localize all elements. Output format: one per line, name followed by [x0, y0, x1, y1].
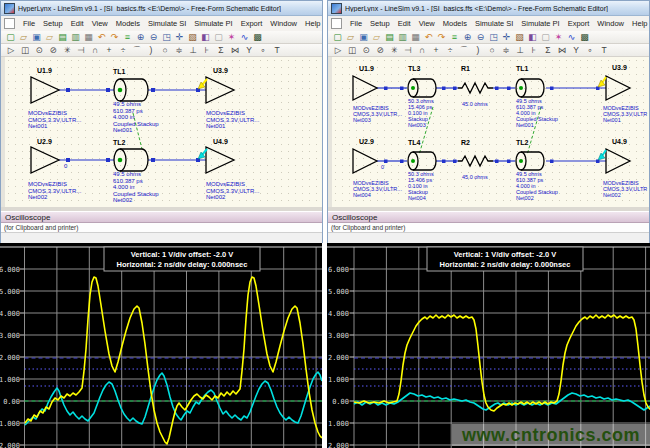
sum-part-icon[interactable]: Σ: [214, 45, 228, 56]
pin[interactable]: [106, 88, 110, 92]
menu-simulate-si[interactable]: Simulate SI: [471, 19, 517, 28]
menu-models[interactable]: Models: [439, 19, 471, 28]
ground-part-icon[interactable]: ⊥: [513, 45, 527, 56]
redo-icon[interactable]: ↷: [435, 32, 448, 43]
zoom-in-icon[interactable]: ⊕: [461, 32, 474, 43]
pin[interactable]: [453, 87, 457, 91]
save-all-icon[interactable]: ▥: [69, 32, 82, 43]
undo-icon[interactable]: ↶: [422, 32, 435, 43]
resistor-part-icon[interactable]: ✳: [60, 45, 74, 56]
coupling-part-icon[interactable]: ⋈: [555, 45, 569, 56]
pin[interactable]: [384, 160, 388, 164]
pan-icon[interactable]: ✛: [173, 32, 186, 43]
zoom-area-icon[interactable]: ◳: [487, 32, 500, 43]
menu-simulate-pi[interactable]: Simulate PI: [517, 19, 563, 28]
menu-file[interactable]: File: [346, 19, 366, 28]
document-icon[interactable]: [331, 18, 342, 29]
boardsim-icon[interactable]: ▧: [186, 32, 199, 43]
tline-tl2[interactable]: TL2 49.5 ohms 610.387 ps 4.000 in Couple…: [516, 139, 558, 201]
diode-part-icon[interactable]: ⊙: [32, 45, 46, 56]
bend-part-icon[interactable]: ): [144, 45, 158, 56]
diff-pair-icon[interactable]: ≑: [172, 45, 186, 56]
plus-part-icon[interactable]: +: [429, 45, 443, 56]
ic-part-icon[interactable]: ◫: [18, 45, 32, 56]
netlist-icon[interactable]: ◧: [526, 32, 539, 43]
menu-view[interactable]: View: [88, 19, 112, 28]
pin[interactable]: [495, 160, 499, 164]
schematic-canvas-right[interactable]: U1.9 MODvsEZIBIS CMOS,3.3V,ULTR... Net00…: [328, 57, 649, 207]
menu-setup[interactable]: Setup: [366, 19, 394, 28]
new-schematic-icon[interactable]: ▢: [4, 32, 17, 43]
oscilloscope-panel-header[interactable]: Oscilloscope: [328, 211, 649, 223]
stackup-editor-icon[interactable]: ≡: [121, 32, 134, 43]
y-junction-icon[interactable]: Y: [242, 45, 256, 56]
inductor-part-icon[interactable]: ∩: [415, 45, 429, 56]
inductor-part-icon[interactable]: ∩: [88, 45, 102, 56]
menu-export[interactable]: Export: [237, 19, 267, 28]
tline-tl1[interactable]: TL1 49.5 ohms 610.387 ps 4.000 in Couple…: [516, 65, 558, 128]
arc-part-icon[interactable]: ⌒: [457, 45, 471, 56]
open-schematic-icon[interactable]: ▱: [344, 32, 357, 43]
diff-pair-icon[interactable]: ≑: [499, 45, 513, 56]
zoom-out-icon[interactable]: ⊖: [474, 32, 487, 43]
terminator-icon[interactable]: ∘: [583, 45, 597, 56]
wizard-icon[interactable]: ✶: [225, 32, 238, 43]
title-bar[interactable]: HyperLynx - LineSim v9.1 - [SI_basics.ff…: [1, 1, 322, 16]
open-folder-icon[interactable]: ▱: [370, 32, 383, 43]
tline-tl3[interactable]: TL3 50.3 ohms 15.406 ps 0.100 in Stackup…: [408, 65, 436, 128]
clock-part-icon[interactable]: ⊘: [46, 45, 60, 56]
netlist-icon[interactable]: ◧: [199, 32, 212, 43]
receiver-u3-9[interactable]: U3.9 MODvsEZIBIS CMOS,3.3V,ULTR... Net00…: [206, 67, 260, 129]
pin[interactable]: [507, 87, 511, 91]
wizard-icon[interactable]: ✶: [552, 32, 565, 43]
save-all-icon[interactable]: ▥: [396, 32, 409, 43]
tline-tl2[interactable]: TL2 49.5 ohms 610.387 ps 4.000 in Couple…: [113, 139, 159, 203]
menu-window[interactable]: Window: [266, 19, 301, 28]
diode-part-icon[interactable]: ⊙: [359, 45, 373, 56]
title-bar[interactable]: HyperLynx - LineSim v9.1 - [SI_basics.ff…: [328, 1, 649, 16]
pin[interactable]: [151, 158, 155, 162]
divider-part-icon[interactable]: ÷: [116, 45, 130, 56]
driver-u2-9[interactable]: U2.9 MODvsEZIBIS CMOS,3.3V,ULTR... Net00…: [28, 138, 82, 200]
save-icon[interactable]: ▤: [383, 32, 396, 43]
ic-part-icon[interactable]: ◫: [345, 45, 359, 56]
pin[interactable]: [442, 160, 446, 164]
pin[interactable]: [66, 158, 70, 162]
pin[interactable]: [106, 158, 110, 162]
probe-arrow-yellow[interactable]: [598, 77, 606, 87]
probe-part-icon[interactable]: ⊦: [200, 45, 214, 56]
terminator-icon[interactable]: ∘: [256, 45, 270, 56]
import-file-icon[interactable]: ▣: [357, 32, 370, 43]
pin[interactable]: [507, 160, 511, 164]
pin[interactable]: [550, 87, 554, 91]
resistor-r1[interactable]: R1 45.0 ohms: [458, 65, 493, 107]
driver-u1-9[interactable]: U1.9 MODvsEZIBIS CMOS,3.3V,ULTR... Net00…: [353, 65, 402, 123]
text-part-icon[interactable]: T: [270, 45, 284, 56]
menu-simulate-pi[interactable]: Simulate PI: [190, 19, 236, 28]
eye-diagram-icon[interactable]: ▩: [578, 32, 591, 43]
arc-part-icon[interactable]: ⌒: [130, 45, 144, 56]
menu-view[interactable]: View: [415, 19, 439, 28]
zoom-area-icon[interactable]: ◳: [160, 32, 173, 43]
oscilloscope-panel-header[interactable]: Oscilloscope: [1, 211, 322, 223]
document-icon[interactable]: [4, 18, 15, 29]
oscilloscope-icon[interactable]: ∿: [238, 32, 251, 43]
probe-arrow-cyan[interactable]: [598, 150, 606, 160]
menu-simulate-si[interactable]: Simulate SI: [144, 19, 190, 28]
pin[interactable]: [550, 160, 554, 164]
capacitor-part-icon[interactable]: ⊣: [74, 45, 88, 56]
menu-help[interactable]: Help: [301, 19, 324, 28]
eye-diagram-icon[interactable]: ▩: [251, 32, 264, 43]
pan-icon[interactable]: ✛: [500, 32, 513, 43]
zoom-in-icon[interactable]: ⊕: [134, 32, 147, 43]
plus-part-icon[interactable]: +: [102, 45, 116, 56]
pin[interactable]: [151, 88, 155, 92]
schematic-canvas-left[interactable]: U1.9 MODvsEZIBIS CMOS,3.3V,ULTR... Net00…: [1, 57, 322, 207]
pin[interactable]: [66, 88, 70, 92]
resistor-r2[interactable]: R2 45.0 ohms: [458, 139, 493, 180]
probe-part-icon[interactable]: ⊦: [527, 45, 541, 56]
print-icon[interactable]: ▦: [82, 32, 95, 43]
resistor-part-icon[interactable]: ✳: [387, 45, 401, 56]
capacitor-part-icon[interactable]: ⊣: [401, 45, 415, 56]
pin[interactable]: [442, 87, 446, 91]
